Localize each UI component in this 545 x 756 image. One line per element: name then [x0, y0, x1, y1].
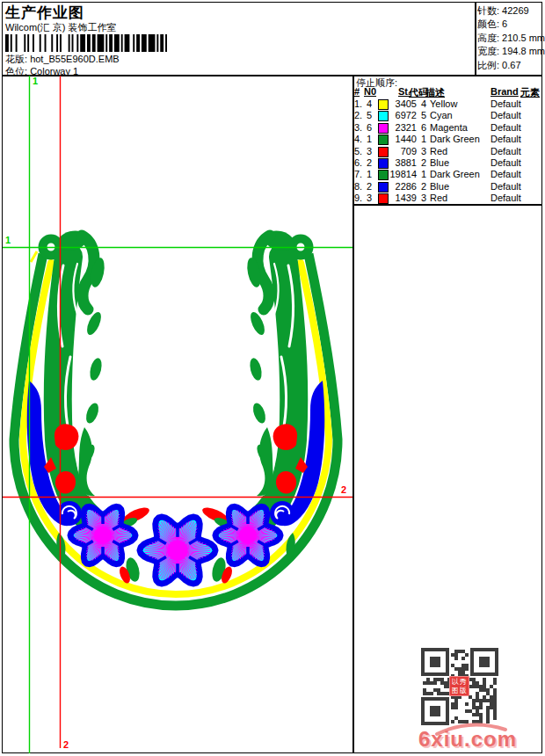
column-header: # [354, 86, 360, 97]
cell-brand: Default [490, 181, 521, 192]
cell-seq: 8. [354, 181, 362, 192]
cell-code: 2 [409, 181, 426, 192]
guide-label-h-green: 1 [5, 236, 11, 244]
cell-n0: 6 [367, 122, 372, 133]
stats-divider [475, 3, 476, 75]
studio-name: Wilcom(汇 京) 装饰工作室 [5, 21, 117, 34]
color-sequence-table: 停止顺序: #N0St.代码描述Brand元素 1.434054YellowDe… [352, 75, 543, 205]
stamp-char: 秀 [460, 678, 468, 687]
pattern-line: 花版: hot_B55E960D.EMB [5, 53, 120, 66]
cell-n0: 1 [367, 134, 372, 144]
color-row: 7.1198141Dark GreenDefault [352, 169, 543, 180]
cell-seq: 4. [354, 134, 362, 144]
column-header: Brand [490, 86, 519, 97]
pattern-value: hot_B55E960D.EMB [30, 54, 120, 64]
cell-desc: Yellow [430, 98, 457, 109]
cell-code: 2 [409, 157, 426, 168]
cell-brand: Default [490, 169, 521, 179]
cell-n0: 2 [367, 157, 372, 168]
color-row: 4.114401Dark GreenDefault [352, 134, 543, 145]
cell-n0: 2 [367, 181, 372, 192]
stat-row: 针数: 42269 [477, 4, 542, 18]
cell-code: 5 [409, 110, 426, 120]
stamp-char: 版 [460, 687, 468, 695]
cell-brand: Default [490, 157, 521, 168]
color-row: 1.434054YellowDefault [352, 98, 543, 110]
page-title: 生产作业图 [5, 3, 84, 23]
cell-seq: 7. [354, 169, 362, 179]
stamp-char: 以 [452, 678, 460, 687]
cell-n0: 3 [367, 146, 372, 156]
colorway-label: 色位: [5, 66, 27, 76]
cell-n0: 3 [367, 193, 372, 203]
color-row: 3.623216MagentaDefault [352, 122, 543, 134]
guide-label-v-red: 2 [63, 740, 69, 749]
stats-box: 针数: 42269颜色: 6高度: 210.5 mm宽度: 194.8 mm比例… [477, 4, 542, 72]
guide-label-v-green: 1 [33, 76, 38, 85]
column-header: 元素 [520, 86, 540, 99]
cell-seq: 6. [354, 157, 362, 168]
cell-brand: Default [490, 110, 521, 120]
pattern-label: 花版: [5, 54, 27, 64]
cell-desc: Cyan [430, 110, 453, 120]
color-row: 9.314393RedDefault [352, 193, 543, 204]
cell-code: 1 [409, 169, 426, 179]
column-header: 描述 [425, 86, 445, 99]
table-title: 停止顺序: [356, 76, 397, 90]
cell-desc: Red [430, 193, 447, 203]
cell-seq: 5. [354, 146, 362, 156]
cell-brand: Default [490, 98, 521, 109]
cell-desc: Dark Green [430, 169, 480, 179]
cell-seq: 9. [354, 193, 362, 203]
color-row: 8.222862BlueDefault [352, 181, 543, 193]
watermark-text: 6xiu.com [418, 727, 517, 752]
cell-brand: Default [490, 193, 521, 203]
cell-seq: 1. [354, 98, 362, 109]
cell-seq: 2. [354, 110, 362, 120]
column-header: N0 [364, 86, 376, 97]
stamp-char: 图 [452, 687, 460, 695]
color-row: 6.238812BlueDefault [352, 157, 543, 169]
cell-desc: Red [430, 146, 447, 156]
colorway-line: 色位: Colorway 1 [5, 65, 78, 78]
qr-center-stamp: 以秀图版 [449, 676, 469, 696]
guide-label-h-red: 2 [341, 485, 346, 494]
cell-n0: 5 [367, 110, 372, 120]
cell-desc: Dark Green [430, 134, 480, 144]
cell-desc: Magenta [430, 122, 468, 133]
cell-desc: Blue [430, 157, 449, 168]
color-row: 5.37093RedDefault [352, 146, 543, 157]
cell-n0: 4 [367, 98, 372, 109]
cell-brand: Default [490, 122, 521, 133]
cell-code: 3 [409, 193, 426, 203]
stat-row: 颜色: 6 [477, 18, 542, 31]
stat-row: 高度: 210.5 mm [477, 32, 542, 45]
cell-seq: 3. [354, 122, 362, 133]
color-row: 2.569725CyanDefault [352, 110, 543, 121]
cell-brand: Default [490, 134, 521, 144]
cell-code: 4 [409, 98, 426, 109]
stat-row: 宽度: 194.8 mm [477, 45, 542, 58]
cell-desc: Blue [430, 181, 449, 192]
stat-row: 比例: 0.67 [477, 59, 542, 72]
cell-brand: Default [490, 146, 521, 156]
cell-code: 6 [409, 122, 426, 133]
cell-n0: 1 [367, 169, 372, 179]
cell-code: 3 [409, 146, 426, 156]
cell-code: 1 [409, 134, 426, 144]
